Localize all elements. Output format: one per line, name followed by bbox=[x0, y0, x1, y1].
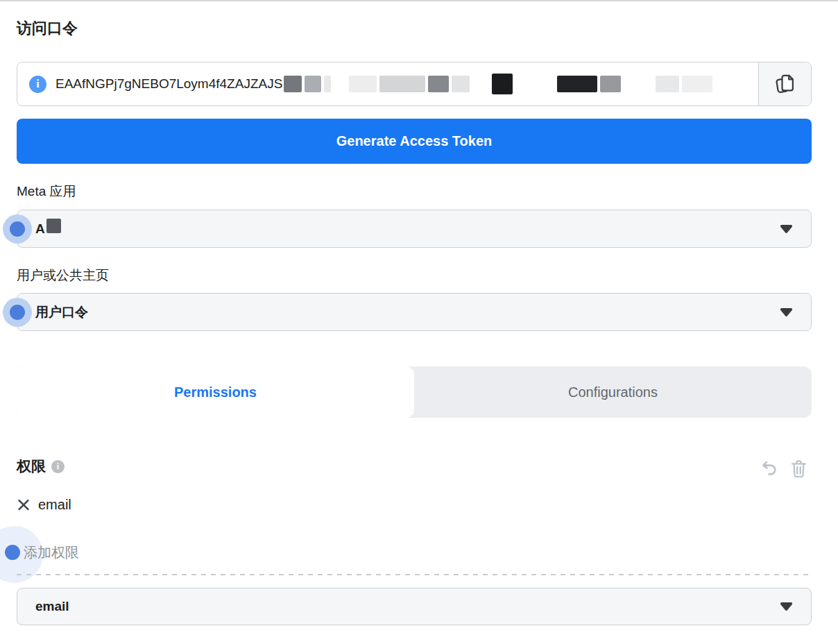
token-visible-text: EAAfNGPj7gNEBO7Loym4f4ZAJZAJS bbox=[55, 76, 282, 92]
remove-permission-button[interactable] bbox=[17, 498, 31, 512]
info-icon[interactable]: i bbox=[29, 76, 46, 93]
page-title: 访问口令 bbox=[17, 18, 78, 39]
undo-icon bbox=[760, 459, 778, 477]
redacted-block bbox=[349, 76, 377, 92]
redacted-block bbox=[46, 219, 61, 233]
selection-dot-icon bbox=[10, 221, 25, 237]
redacted-block bbox=[428, 76, 449, 92]
permission-picker-value: email bbox=[35, 599, 69, 614]
access-token-value[interactable]: EAAfNGPj7gNEBO7Loym4f4ZAJZAJS bbox=[55, 74, 811, 94]
close-icon bbox=[17, 498, 31, 512]
permission-picker-dropdown[interactable]: email bbox=[17, 588, 812, 625]
generate-access-token-button[interactable]: Generate Access Token bbox=[17, 119, 812, 164]
user-or-page-dropdown[interactable]: 用户口令 bbox=[17, 293, 812, 331]
redacted-block bbox=[452, 76, 470, 92]
redacted-block bbox=[557, 76, 597, 92]
top-divider bbox=[0, 0, 838, 1]
copy-icon bbox=[775, 73, 796, 95]
undo-permissions-button[interactable] bbox=[760, 459, 778, 477]
chevron-down-icon bbox=[779, 602, 794, 611]
user-or-page-label: 用户或公共主页 bbox=[17, 266, 109, 285]
selection-dot-icon bbox=[5, 545, 20, 560]
info-icon[interactable]: i bbox=[51, 460, 65, 473]
meta-app-label: Meta 应用 bbox=[17, 183, 76, 201]
redacted-block bbox=[379, 76, 425, 92]
chevron-down-icon bbox=[779, 224, 794, 234]
trash-icon bbox=[790, 459, 807, 478]
permission-item-label: email bbox=[38, 497, 71, 513]
access-token-panel: 访问口令 i EAAfNGPj7gNEBO7Loym4f4ZAJZAJS bbox=[0, 0, 838, 644]
redacted-block bbox=[324, 76, 331, 92]
clear-permissions-button[interactable] bbox=[789, 459, 807, 477]
redacted-block bbox=[305, 76, 321, 92]
permissions-heading: 权限 bbox=[17, 457, 46, 476]
permissions-configurations-tabbar: Permissions Configurations bbox=[17, 366, 812, 418]
redacted-block bbox=[656, 76, 679, 92]
dashed-divider bbox=[17, 574, 812, 575]
meta-app-dropdown[interactable]: A bbox=[17, 210, 812, 248]
add-permission-placeholder: 添加权限 bbox=[24, 543, 79, 562]
access-token-field[interactable]: i EAAfNGPj7gNEBO7Loym4f4ZAJZAJS bbox=[17, 62, 812, 106]
user-or-page-value: 用户口令 bbox=[35, 303, 88, 321]
chevron-down-icon bbox=[779, 307, 794, 317]
permission-item-email: email bbox=[17, 497, 71, 513]
add-permission-input[interactable]: 添加权限 bbox=[17, 534, 812, 573]
redacted-block bbox=[682, 76, 712, 92]
redacted-block bbox=[492, 74, 513, 94]
copy-token-button[interactable] bbox=[758, 62, 811, 105]
redacted-block bbox=[600, 76, 621, 92]
tab-configurations[interactable]: Configurations bbox=[414, 366, 812, 418]
tab-permissions[interactable]: Permissions bbox=[17, 366, 414, 418]
meta-app-value: A bbox=[35, 221, 45, 237]
redacted-block bbox=[284, 76, 302, 92]
selection-dot-icon bbox=[10, 305, 25, 320]
